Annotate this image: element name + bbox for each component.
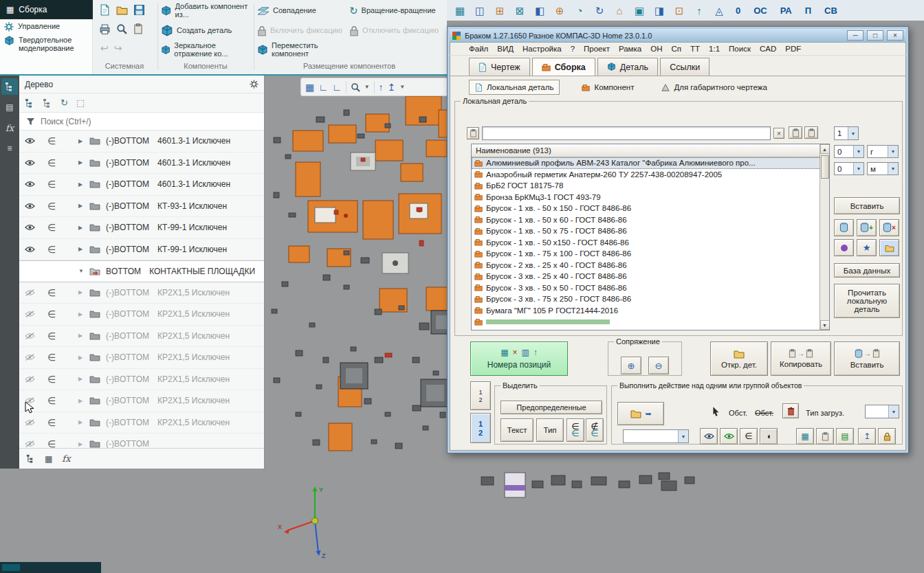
expand-arrow-icon[interactable]: ▶ (78, 419, 89, 425)
pages-button[interactable] (816, 428, 834, 445)
visibility-eye-off-icon[interactable] (19, 354, 40, 361)
visibility-eye-icon[interactable] (19, 203, 40, 210)
tab-part[interactable]: Деталь (597, 58, 658, 76)
create-part-button[interactable]: Создать деталь (161, 21, 252, 40)
load-type-dropdown[interactable]: ▼ (865, 405, 899, 418)
redo-icon[interactable]: ↪ (114, 43, 122, 54)
grid-icon[interactable]: ▦ (305, 82, 314, 93)
clear-search-icon[interactable]: × (773, 128, 784, 139)
filter-funnel-icon[interactable] (26, 117, 35, 126)
spin1-dropdown[interactable]: 0▼ (834, 145, 864, 158)
toolbar-text-button-sv[interactable]: СВ (820, 4, 842, 17)
expand-arrow-icon[interactable]: ▶ (78, 159, 89, 166)
selection-frame-icon[interactable]: ⬚ (76, 98, 85, 108)
lock-button[interactable] (878, 428, 896, 445)
list-item[interactable]: Бумага "МГ" 105 Р ГОСТ21444-2016 (472, 305, 829, 317)
dropdown-arrow-icon[interactable]: ▼ (853, 146, 864, 157)
purple-marker-icon-button[interactable] (834, 239, 854, 256)
new-window-icon-button[interactable] (467, 127, 479, 139)
unit1-dropdown[interactable]: г▼ (867, 145, 899, 158)
toolbar-icon[interactable]: ◨ (652, 5, 667, 16)
mate-pin-icon-button[interactable]: ⊕ (621, 357, 641, 374)
expand-arrow-icon[interactable]: ▶ (78, 181, 89, 188)
expand-arrow-icon[interactable]: ▶ (78, 246, 89, 252)
expand-arrow-icon[interactable]: ▶ (78, 138, 89, 144)
visibility-eye-icon[interactable] (19, 137, 40, 144)
enable-fixation-button[interactable]: Включить фиксацию (257, 21, 348, 40)
list-item[interactable]: Брусок - 3 хв. - 50 х 50 - ГОСТ 8486-86 (472, 282, 829, 294)
menu-item[interactable]: ОН (650, 45, 662, 53)
db-plus-icon-button[interactable]: + (857, 219, 877, 236)
open-part-button[interactable]: Откр. дет. (710, 341, 768, 376)
expand-arrow-icon[interactable]: ▶ (78, 398, 89, 404)
mirror-component-button[interactable]: Зеркальное отражение ко... (161, 41, 252, 59)
menu-item[interactable]: Поиск (729, 45, 751, 53)
menu-item[interactable]: Рамка (619, 45, 641, 53)
open-folder-icon[interactable] (116, 4, 128, 16)
list-item[interactable]: Брусок - 1 хв. - 50 х 60 - ГОСТ 8486-86 (472, 214, 829, 226)
green-list-button[interactable]: ▤ (836, 428, 854, 445)
menu-item[interactable]: ВИД (497, 45, 514, 53)
dropdown-arrow-icon[interactable]: ▼ (888, 146, 898, 157)
tab-links[interactable]: Ссылки (660, 58, 710, 76)
toolbar-icon[interactable]: ⊡ (672, 5, 687, 16)
tree-refresh-icon[interactable]: ↻ (60, 98, 68, 108)
toolbar-text-button-0[interactable]: 0 (732, 4, 745, 17)
close-button[interactable]: × (887, 30, 903, 41)
pager-active-button[interactable]: 12 (470, 413, 491, 443)
tree-view-icon[interactable] (26, 454, 35, 463)
read-local-part-button[interactable]: Прочитать локальную деталь (834, 284, 900, 318)
toolbar-icon[interactable]: ◧ (532, 5, 547, 16)
subtab-component[interactable]: Компонент (576, 80, 639, 95)
collapse-arrow-icon[interactable]: ▼ (78, 268, 89, 274)
zoom-dropdown-arrow[interactable]: ▼ (364, 84, 370, 90)
expand-arrow-icon[interactable]: ▶ (78, 355, 89, 361)
part-search-input[interactable] (482, 126, 771, 140)
coincidence-button[interactable]: Совпадение (257, 1, 348, 20)
element-in-button[interactable]: ∈∈ (566, 418, 584, 442)
move-component-button[interactable]: Переместить компонент (257, 41, 348, 59)
tree-row[interactable]: ∈▶(-)BOTTOM4601.3-1 Исключен (19, 174, 264, 196)
list-item[interactable]: Брусок - 1 хв. - 50 х150 - ГОСТ 8486-86 (472, 237, 829, 249)
plane-xy-icon[interactable]: ∟ (318, 82, 328, 93)
menu-item[interactable]: Сп (671, 45, 681, 53)
maximize-button[interactable]: □ (867, 30, 883, 41)
list-item[interactable]: Анаэробный герметик Анатерм-260 ТУ 2257-… (472, 169, 829, 181)
menu-item[interactable]: Проект (584, 45, 610, 53)
menu-item[interactable]: 1:1 (709, 45, 720, 53)
tree-structure-icon[interactable] (25, 98, 34, 108)
save-icon[interactable] (133, 4, 145, 16)
tree-row[interactable]: ∈▶(-)BOTTOMКР2Х1,5 Исключен (19, 282, 264, 304)
insert-button[interactable]: Вставить (834, 197, 900, 214)
visibility-eye-off-icon[interactable] (19, 419, 40, 426)
minimize-button[interactable]: ─ (847, 30, 864, 41)
list-item[interactable]: Брусок - 1 хв. - 75 х 100 - ГОСТ 8486-86 (472, 248, 829, 260)
visibility-eye-icon[interactable] (19, 181, 40, 188)
toolbar-text-button-ra[interactable]: РА (776, 4, 796, 17)
toolbar-icon[interactable]: ▦ (452, 5, 468, 16)
tree-row[interactable]: ∈▶(-)BOTTOMКР2Х1,5 Исключен (19, 390, 264, 412)
visibility-eye-off-icon[interactable] (19, 333, 40, 339)
nav-management[interactable]: Управление (0, 19, 92, 33)
parts-list[interactable]: Наименование (913) Алюминиевый профиль А… (471, 144, 830, 330)
toolbar-icon[interactable]: ⊠ (512, 5, 527, 16)
tree-row[interactable]: ∈▶(-)BOTTOMКР2Х1,5 Исключен (19, 347, 264, 369)
list-scrollbar[interactable]: ▲ ▼ (820, 144, 829, 330)
position-numbers-button[interactable]: ▦ × ▥ ↑ Номера позиций (470, 341, 568, 376)
dropdown-arrow-icon[interactable]: ▼ (888, 405, 899, 418)
pattern-button[interactable]: ▦ (796, 428, 814, 445)
zoom-icon[interactable] (351, 82, 360, 92)
expand-arrow-icon[interactable]: ▶ (78, 441, 89, 447)
toolbar-icon[interactable]: ◬ (712, 5, 727, 16)
dropdown-arrow-icon[interactable]: ▼ (888, 163, 898, 175)
nav-solid-modeling[interactable]: Твердотельное моделирование (0, 33, 92, 54)
toolbar-icon[interactable]: ⊞ (492, 5, 507, 16)
show-eye-button[interactable] (700, 428, 718, 445)
mate-drop-icon-button[interactable]: ⊖ (648, 357, 669, 374)
orient-front-icon[interactable]: ↥ (388, 82, 396, 93)
element-not-in-button[interactable]: ∉∈ (586, 418, 604, 442)
visibility-eye-icon[interactable] (19, 246, 40, 253)
list-item[interactable]: Брусок - 1 хв. - 50 х 75 - ГОСТ 8486-86 (472, 225, 829, 237)
database-button[interactable]: База данных (834, 263, 900, 278)
tree-row[interactable]: ∈▶(-)BOTTOMКР2Х1,5 Исключен (19, 304, 264, 326)
